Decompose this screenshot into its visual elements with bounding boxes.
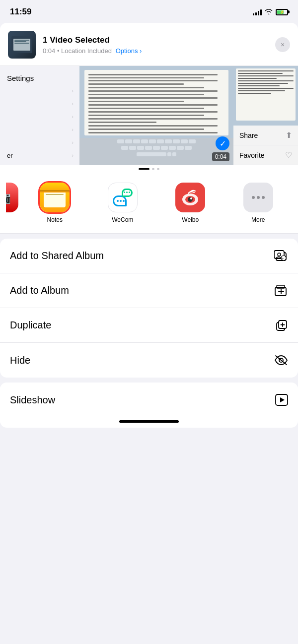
sidebar-item-er: er›	[0, 149, 79, 162]
slideshow-label: Slideshow	[10, 394, 55, 406]
shared-album-icon: +	[274, 250, 288, 262]
duplicate-label: Duplicate	[10, 320, 51, 331]
weibo-app-icon	[175, 183, 205, 212]
video-selected-check: ✓	[216, 136, 229, 150]
app-icon-weibo[interactable]: Weibo	[156, 183, 224, 223]
options-link[interactable]: Options ›	[116, 47, 142, 55]
action-list: Add to Shared Album + Add to Album	[0, 239, 298, 378]
context-menu: Share ⬆ Favorite ♡ Delete from Libra'y 🗑	[233, 126, 298, 165]
wecom-label: WeCom	[112, 216, 133, 223]
hide-label: Hide	[10, 355, 30, 366]
hide-action[interactable]: Hide	[0, 343, 298, 378]
add-shared-album-action[interactable]: Add to Shared Album +	[0, 239, 298, 273]
slideshow-section: Slideshow	[0, 383, 298, 428]
sidebar-item: ›	[0, 110, 79, 123]
share-meta: 0:04 • Location Included Options ›	[43, 47, 268, 55]
sidebar-item: ›	[0, 97, 79, 110]
close-button[interactable]: ×	[275, 37, 290, 52]
svg-marker-20	[280, 397, 285, 402]
context-menu-favorite[interactable]: Favorite ♡	[233, 145, 298, 165]
svg-point-3	[190, 197, 192, 199]
home-indicator	[0, 417, 298, 428]
svg-point-2	[188, 197, 193, 202]
photos-strip: Settings › › › › › er›	[0, 66, 298, 165]
app-share-row: 📷 Notes	[0, 173, 298, 234]
share-icon: ⬆	[286, 130, 292, 140]
sidebar-item: ›	[0, 136, 79, 149]
context-menu-share[interactable]: Share ⬆	[233, 126, 298, 145]
weibo-label: Weibo	[182, 216, 199, 223]
app-icon-notes[interactable]: Notes	[21, 183, 89, 223]
app-icon-wecom[interactable]: WeCom	[89, 183, 157, 223]
right-photo	[233, 66, 298, 126]
share-header: 1 Video Selected 0:04 • Location Include…	[0, 23, 298, 66]
share-title: 1 Video Selected	[43, 35, 268, 45]
main-video-thumbnail[interactable]: ✓ 0:04	[79, 66, 233, 165]
more-app-icon	[243, 183, 273, 212]
status-time: 11:59	[10, 7, 31, 17]
svg-text:+: +	[282, 257, 284, 261]
heart-icon: ♡	[285, 150, 292, 160]
battery-icon: ⚡	[276, 9, 288, 15]
signal-icon	[253, 8, 262, 15]
duplicate-action[interactable]: Duplicate	[0, 308, 298, 343]
add-album-action[interactable]: Add to Album	[0, 273, 298, 308]
wecom-app-icon	[108, 183, 138, 212]
app-icon-more[interactable]: More	[224, 183, 293, 223]
add-album-icon	[274, 284, 288, 297]
status-bar: 11:59 ⚡	[0, 0, 298, 22]
notes-app-icon	[40, 183, 70, 212]
app-icon-partial[interactable]: 📷	[6, 183, 21, 223]
left-sidebar: Settings › › › › › er›	[0, 66, 79, 165]
share-info: 1 Video Selected 0:04 • Location Include…	[43, 35, 268, 55]
play-icon	[275, 394, 288, 406]
slideshow-action[interactable]: Slideshow	[0, 383, 298, 417]
sidebar-item: ›	[0, 84, 79, 97]
svg-rect-10	[277, 285, 285, 288]
right-panel: Share ⬆ Favorite ♡ Delete from Libra'y 🗑	[233, 66, 298, 165]
status-icons: ⚡	[253, 8, 288, 16]
duplicate-icon	[274, 319, 288, 332]
hide-icon	[274, 355, 288, 366]
more-label: More	[251, 216, 265, 223]
add-album-label: Add to Album	[10, 285, 69, 296]
scroll-indicator	[0, 165, 298, 173]
notes-label: Notes	[47, 216, 63, 223]
add-shared-album-label: Add to Shared Album	[10, 250, 104, 261]
share-thumbnail	[8, 31, 36, 59]
video-duration: 0:04	[212, 152, 229, 161]
wifi-icon	[265, 8, 273, 16]
sidebar-item: ›	[0, 123, 79, 136]
settings-header: Settings	[0, 70, 79, 84]
